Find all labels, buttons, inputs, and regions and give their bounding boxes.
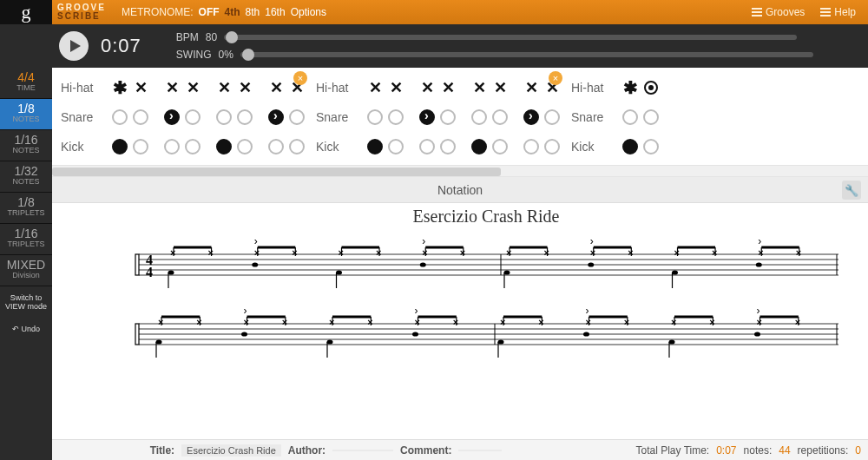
cell[interactable]: ✕ xyxy=(366,79,384,96)
undo-button[interactable]: ↶ Undo xyxy=(0,318,52,340)
cell[interactable]: ✕ xyxy=(163,79,181,96)
beat-cell[interactable] xyxy=(471,109,487,125)
beat-cell[interactable] xyxy=(185,139,201,154)
cell[interactable]: ✕ xyxy=(132,79,149,96)
sidebar-item-MIXED[interactable]: MIXEDDivision xyxy=(0,255,52,286)
beat-cell[interactable] xyxy=(237,139,253,154)
author-input[interactable] xyxy=(332,450,393,451)
cell[interactable] xyxy=(642,108,660,126)
metronome-8th-button[interactable]: 8th xyxy=(246,6,260,18)
beat-cell[interactable] xyxy=(164,139,180,154)
cell[interactable] xyxy=(439,138,457,155)
cell[interactable] xyxy=(236,138,253,155)
cell[interactable] xyxy=(543,138,561,155)
delete-measure-button[interactable]: × xyxy=(293,71,307,85)
cell[interactable] xyxy=(523,108,540,126)
sidebar-item-1-16[interactable]: 1/16TRIPLETS xyxy=(0,224,52,255)
beat-cell[interactable] xyxy=(112,139,128,154)
beat-cell[interactable] xyxy=(643,139,659,154)
beat-cell[interactable] xyxy=(492,109,508,125)
title-input[interactable]: Esercizio Crash Ride xyxy=(181,444,281,457)
beat-cell[interactable] xyxy=(544,139,560,154)
cell[interactable]: ✕ xyxy=(236,79,253,96)
cell[interactable] xyxy=(184,108,201,126)
beat-cell[interactable] xyxy=(523,109,539,125)
cell[interactable] xyxy=(491,108,509,126)
cell[interactable]: ✕ xyxy=(184,79,201,96)
horizontal-scrollbar[interactable] xyxy=(52,165,868,177)
comment-input[interactable] xyxy=(458,450,502,451)
metronome-options-button[interactable]: Options xyxy=(291,6,326,18)
cell[interactable]: ✕ xyxy=(267,79,285,96)
cell[interactable] xyxy=(163,108,181,126)
notation-settings-button[interactable]: 🔧 xyxy=(842,181,861,200)
cell[interactable] xyxy=(215,108,233,126)
beat-cell[interactable] xyxy=(492,139,508,154)
cell[interactable] xyxy=(418,108,436,126)
cell[interactable] xyxy=(288,108,306,126)
cell[interactable] xyxy=(470,108,488,126)
cell[interactable] xyxy=(418,138,436,155)
cell[interactable]: ✕ xyxy=(387,79,404,96)
cell[interactable] xyxy=(288,138,306,155)
cell[interactable] xyxy=(366,108,384,126)
beat-cell[interactable] xyxy=(544,109,560,125)
cell[interactable] xyxy=(543,108,561,126)
cell[interactable]: ✱ xyxy=(621,79,639,96)
grooves-link[interactable]: Grooves xyxy=(752,6,805,18)
beat-cell[interactable] xyxy=(237,109,253,125)
beat-cell[interactable] xyxy=(112,109,128,125)
beat-cell[interactable] xyxy=(440,139,456,154)
cell[interactable]: ✱ xyxy=(111,79,128,96)
bpm-slider[interactable] xyxy=(224,35,797,40)
beat-cell[interactable] xyxy=(388,109,404,125)
cell[interactable] xyxy=(267,138,285,155)
scrollbar-thumb[interactable] xyxy=(52,168,501,176)
beat-cell[interactable] xyxy=(388,139,404,154)
sidebar-item-1-8[interactable]: 1/8NOTES xyxy=(0,99,52,130)
slider-thumb[interactable] xyxy=(226,31,238,43)
beat-cell[interactable] xyxy=(164,109,180,125)
beat-cell[interactable] xyxy=(471,139,487,154)
beat-cell[interactable] xyxy=(289,109,305,125)
beat-cell[interactable] xyxy=(643,109,659,125)
beat-cell[interactable] xyxy=(419,109,435,125)
beat-cell[interactable] xyxy=(216,139,232,154)
cell[interactable] xyxy=(236,108,253,126)
cell[interactable] xyxy=(491,138,509,155)
cell[interactable] xyxy=(642,79,660,96)
cell[interactable] xyxy=(642,138,660,155)
cell[interactable] xyxy=(111,108,128,126)
cell[interactable] xyxy=(366,138,384,155)
cell[interactable] xyxy=(111,138,128,155)
beat-cell[interactable] xyxy=(367,109,383,125)
cell[interactable] xyxy=(267,108,285,126)
cell[interactable]: ✕ xyxy=(523,79,540,96)
switch-view-mode-button[interactable]: Switch to VIEW mode xyxy=(0,286,52,318)
beat-cell[interactable] xyxy=(133,139,148,154)
cell[interactable] xyxy=(132,108,149,126)
sidebar-item-1-32[interactable]: 1/32NOTES xyxy=(0,161,52,193)
sidebar-item-4-4[interactable]: 4/4TIME xyxy=(0,68,52,99)
beat-cell[interactable] xyxy=(622,139,638,154)
beat-cell[interactable] xyxy=(268,139,284,154)
cell[interactable]: ✕ xyxy=(439,79,457,96)
beat-cell[interactable] xyxy=(185,109,201,125)
beat-cell[interactable] xyxy=(289,139,305,154)
cell[interactable] xyxy=(387,138,404,155)
cell[interactable]: ✕ xyxy=(470,79,488,96)
beat-cell[interactable] xyxy=(133,109,148,125)
help-link[interactable]: Help xyxy=(820,6,856,18)
cell[interactable] xyxy=(163,138,181,155)
cell[interactable] xyxy=(132,138,149,155)
cell[interactable] xyxy=(523,138,540,155)
cell[interactable] xyxy=(387,108,404,126)
cell[interactable] xyxy=(621,138,639,155)
beat-cell[interactable] xyxy=(268,109,284,125)
swing-slider[interactable] xyxy=(240,52,813,57)
cell[interactable] xyxy=(470,138,488,155)
beat-cell[interactable] xyxy=(440,109,456,125)
beat-cell[interactable] xyxy=(523,139,539,154)
cell[interactable] xyxy=(439,108,457,126)
cell[interactable] xyxy=(621,108,639,126)
